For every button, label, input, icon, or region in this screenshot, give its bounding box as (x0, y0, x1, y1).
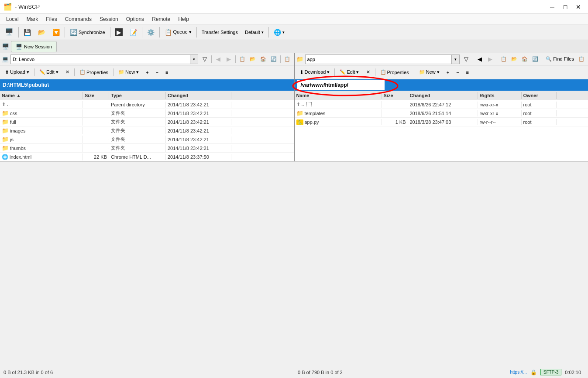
properties-icon: 📋 (79, 69, 86, 75)
download-icon: ⬇ (299, 69, 304, 75)
save-button[interactable]: 💾 (21, 26, 34, 38)
right-col-size-header[interactable]: Size (382, 92, 408, 99)
right-nav1[interactable]: 📋 (499, 54, 509, 64)
left-refresh-btn[interactable]: 🔄 (269, 54, 279, 64)
right-col-changed-header[interactable]: Changed (408, 92, 478, 99)
right-filter-icon-button[interactable]: ≡ (463, 67, 472, 78)
left-file-name-css: 📁css (0, 109, 83, 117)
right-file-list: ⬆.. 2018/6/26 22:47:12 rwxr-xr-x root 📁t… (295, 100, 588, 161)
menu-mark[interactable]: Mark (23, 15, 42, 23)
left-file-name-js: 📁js (0, 136, 83, 143)
menu-help[interactable]: Help (175, 15, 193, 23)
right-file-row-templates[interactable]: 📁templates 2018/6/26 21:51:14 rwxr-xr-x … (295, 109, 588, 118)
right-status-text: 0 B of 790 B in 0 of 2 (298, 370, 343, 375)
right-file-header: Name Size Changed Rights Owner (295, 91, 588, 100)
left-file-row-css[interactable]: 📁css 文件夹 2014/11/8 23:42:21 (0, 109, 294, 118)
right-home-btn[interactable]: 🏠 (520, 54, 530, 64)
new-session-tab[interactable]: 🖥️ New Session (11, 41, 57, 52)
right-location-dropdown[interactable]: ▾ (451, 55, 459, 64)
synchronize-icon: 🔄 (70, 29, 77, 36)
left-file-name-thumbs: 📁thumbs (0, 144, 83, 152)
left-delete-button[interactable]: ✕ (62, 67, 72, 78)
right-edit-label: Edit ▾ (347, 69, 359, 75)
filter-button[interactable]: 🔽 (49, 26, 63, 38)
right-col-owner-header[interactable]: Owner (522, 92, 557, 99)
left-location-combo: ▾ (10, 54, 198, 64)
terminal-button[interactable]: ▶ (112, 26, 126, 38)
left-edit-button[interactable]: ✏️ Edit ▾ (36, 67, 62, 78)
default-profile-button[interactable]: Default ▾ (242, 26, 267, 38)
left-file-row-index[interactable]: 🌐index.html 22 KB Chrome HTML D... 2014/… (0, 153, 294, 161)
left-filter-btn[interactable]: ▽ (200, 54, 210, 64)
left-col-name-header[interactable]: Name▲ (0, 92, 83, 99)
right-col-name-header[interactable]: Name (295, 92, 382, 99)
upload-button[interactable]: ⬆ Upload ▾ (2, 67, 32, 78)
menu-files[interactable]: Files (42, 15, 60, 23)
left-file-row-full[interactable]: 📁full 文件夹 2014/11/8 23:42:21 (0, 118, 294, 126)
left-location-input[interactable] (11, 55, 190, 64)
settings-button[interactable]: ⚙️ (144, 26, 158, 38)
right-new-button[interactable]: 📁 New ▾ (416, 67, 443, 78)
right-location-input[interactable] (306, 55, 452, 64)
left-add-button[interactable]: + (143, 67, 151, 78)
left-home-btn[interactable]: 🏠 (258, 54, 268, 64)
right-forward-btn[interactable]: ▶ (485, 54, 495, 64)
right-file-row-parent[interactable]: ⬆.. 2018/6/26 22:47:12 rwxr-xr-x root (295, 100, 588, 109)
menu-session[interactable]: Session (96, 15, 122, 23)
menu-remote[interactable]: Remote (148, 15, 174, 23)
local-computer-button[interactable]: 🖥️ (2, 26, 17, 38)
left-file-name-images: 📁images (0, 127, 83, 134)
right-edit-button[interactable]: ✏️ Edit ▾ (337, 67, 362, 78)
download-button[interactable]: ⬇ Download ▾ (296, 67, 333, 78)
right-delete-icon: ✕ (366, 69, 370, 75)
left-back-btn[interactable]: ◀ (213, 54, 223, 64)
right-path-text: /var/www/html/app/ (301, 82, 348, 88)
right-nav2[interactable]: 📂 (509, 54, 519, 64)
edit-toolbar-button[interactable]: 📝 (127, 26, 140, 38)
left-file-row-js[interactable]: 📁js 文件夹 2014/11/8 23:42:21 (0, 135, 294, 144)
left-properties-button[interactable]: 📋 Properties (76, 67, 111, 78)
left-col-type-header[interactable]: Type (109, 92, 166, 99)
globe-button[interactable]: 🌐▾ (271, 26, 288, 38)
menu-options[interactable]: Options (123, 15, 148, 23)
right-col-rights-header[interactable]: Rights (478, 92, 522, 99)
queue-label: Queue ▾ (173, 29, 192, 35)
minimize-button[interactable]: ─ (546, 1, 558, 13)
right-add-button[interactable]: + (444, 67, 452, 78)
right-properties-button[interactable]: 📋 Properties (377, 67, 412, 78)
right-properties-label: Properties (387, 70, 409, 75)
left-nav3[interactable]: 📋 (282, 54, 292, 64)
right-action-toolbar: ⬇ Download ▾ ✏️ Edit ▾ ✕ 📋 Properties (295, 65, 588, 79)
left-nav2[interactable]: 📂 (248, 54, 258, 64)
session-icon: 🖥️ (16, 44, 22, 50)
right-filter-btn[interactable]: ▽ (461, 54, 471, 64)
queue-dropdown-button[interactable]: 📋 Queue ▾ (162, 26, 195, 38)
right-file-row-apppy[interactable]: 🐍app.py 1 KB 2018/3/28 23:47:03 rw-r--r-… (295, 118, 588, 126)
open-button[interactable]: 📂 (35, 26, 48, 38)
right-refresh-btn[interactable]: 🔄 (530, 54, 540, 64)
left-file-row-thumbs[interactable]: 📁thumbs 文件夹 2014/11/8 23:42:21 (0, 144, 294, 153)
left-location-dropdown[interactable]: ▾ (190, 55, 198, 64)
right-remove-button[interactable]: − (453, 67, 462, 78)
left-file-row-images[interactable]: 📁images 文件夹 2014/11/8 23:42:21 (0, 126, 294, 135)
left-nav1[interactable]: 📋 (237, 54, 247, 64)
left-filter-icon-button[interactable]: ≡ (162, 67, 171, 78)
menu-commands[interactable]: Commands (62, 15, 95, 23)
left-remove-button[interactable]: − (153, 67, 162, 78)
menu-local[interactable]: Local (3, 15, 22, 23)
right-nav3[interactable]: 📋 (577, 54, 586, 64)
maximize-button[interactable]: □ (559, 1, 571, 13)
right-delete-button[interactable]: ✕ (363, 67, 373, 78)
monitor-icon: 🖥️ (2, 43, 9, 50)
synchronize-button[interactable]: 🔄 Synchronize (67, 26, 108, 38)
left-forward-btn[interactable]: ▶ (224, 54, 234, 64)
right-back-btn[interactable]: ◀ (475, 54, 485, 64)
left-new-button[interactable]: 📁 New ▾ (115, 67, 142, 78)
left-col-changed-header[interactable]: Changed (166, 92, 231, 99)
left-col-size-header[interactable]: Size (83, 92, 109, 99)
left-path-bar: D:\HTML5\pubuliu\ (0, 79, 294, 91)
left-file-row-parent[interactable]: ⬆.. Parent directory 2014/11/8 23:42:21 (0, 100, 294, 109)
transfer-settings-button[interactable]: Transfer Settings (199, 26, 241, 38)
close-button[interactable]: ✕ (572, 1, 585, 13)
default-profile-label: Default (245, 30, 260, 35)
